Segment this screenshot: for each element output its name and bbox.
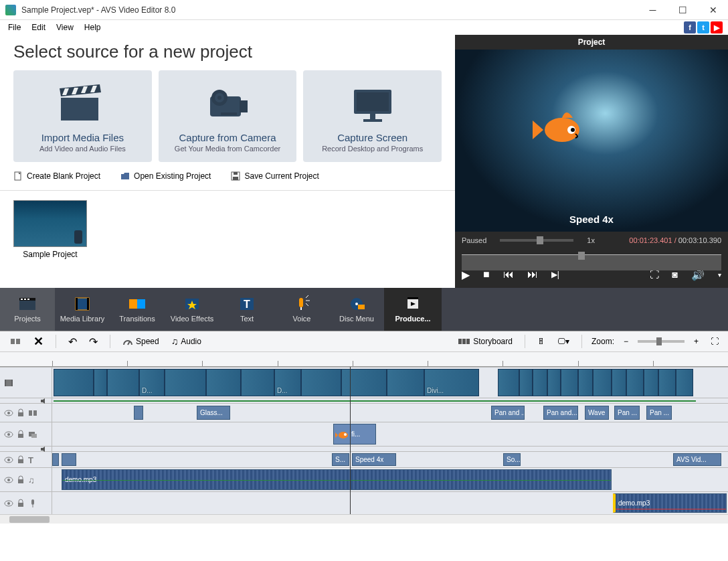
timeline-clip[interactable] [519,369,533,396]
menu-file[interactable]: File [3,21,26,33]
tab-voice[interactable]: Voice [274,288,329,331]
lock-icon[interactable] [16,455,25,465]
timeline-clip[interactable] [301,369,341,396]
facebook-icon[interactable]: f [684,21,696,33]
timeline-clip[interactable] [626,369,644,396]
save-current-project[interactable]: Save Current Project [231,171,318,181]
youtube-icon[interactable]: ▶ [711,21,723,33]
card-capture-screen[interactable]: Capture Screen Record Desktop and Progra… [303,70,442,162]
timeline-clip[interactable]: Pan ... [614,406,640,420]
timeline-clip[interactable] [165,369,206,396]
create-blank-project[interactable]: Create Blank Project [13,171,100,181]
timeline-clip[interactable] [387,369,424,396]
timeline-clip[interactable]: fi... [333,424,376,445]
speed-button[interactable]: Speed [120,335,162,347]
lock-icon[interactable] [16,408,25,418]
timeline-clip[interactable]: Speed 4x [352,453,396,466]
storyboard-toggle[interactable]: Storyboard [456,335,515,347]
timeline-clip[interactable]: So... [503,453,521,466]
timeline-clip[interactable] [62,453,76,466]
next-button[interactable]: ▶| [551,270,559,279]
lock-icon[interactable] [16,430,25,439]
fullscreen-button[interactable]: ⛶ [650,269,659,280]
timeline-clip[interactable] [547,369,561,396]
timeline-clip[interactable] [644,369,658,396]
project-item[interactable]: Sample Project [13,200,87,259]
split-button[interactable] [7,335,24,348]
tab-produce[interactable]: Produce... [384,288,442,331]
timeline-clip[interactable] [561,369,578,396]
timeline-clip[interactable]: Pan and... [543,406,578,420]
timeline-ruler[interactable]: 00:00:20.700:00:41.500:01:02.200:01:23.0… [0,352,728,367]
tab-media-library[interactable]: Media Library [55,288,110,331]
timeline-clip[interactable]: D... [139,369,165,396]
menu-view[interactable]: View [51,21,79,33]
speed-slider[interactable] [500,239,573,242]
timeline-clip[interactable] [593,369,612,396]
timeline-clip[interactable]: Pan ... [646,406,672,420]
open-existing-project[interactable]: Open Existing Project [120,171,211,181]
timeline-h-scrollbar[interactable] [0,514,728,524]
card-capture-camera[interactable]: Capture from Camera Get Your Media from … [159,70,297,162]
timeline-clip[interactable]: Wave [585,406,609,420]
maximize-button[interactable]: ☐ [668,0,698,20]
eye-icon[interactable] [4,408,13,418]
timeline-clip[interactable] [498,369,519,396]
timeline-clip[interactable] [52,453,59,466]
eye-icon[interactable] [4,455,13,465]
tab-disc-menu[interactable]: Disc Menu [329,288,384,331]
menu-help[interactable]: Help [79,21,106,33]
timeline-clip[interactable] [612,369,626,396]
timeline-clip[interactable] [107,369,139,396]
menu-edit[interactable]: Edit [26,21,51,33]
audio-button[interactable]: ♫Audio [169,335,204,348]
timeline-clip[interactable] [94,369,107,396]
playhead[interactable] [350,367,351,514]
tab-projects[interactable]: Projects [0,288,55,331]
lock-icon[interactable] [16,475,25,485]
volume-dropdown[interactable]: ▾ [718,271,721,278]
timeline-clip[interactable] [341,369,387,396]
timeline-clip[interactable]: AVS Vid... [673,453,721,466]
minimize-button[interactable]: ─ [638,0,668,20]
timeline-clip[interactable]: demo.mp3 [613,493,727,513]
redo-button[interactable]: ↷ [86,334,100,349]
svg-rect-48 [458,339,462,344]
card-import-files[interactable]: Import Media Files Add Video and Audio F… [13,70,152,162]
zoom-out-button[interactable]: − [621,335,631,347]
eye-icon[interactable] [4,499,13,508]
timeline-clip[interactable] [676,369,693,396]
timeline-clip[interactable]: Pan and ... [491,406,525,420]
twitter-icon[interactable]: t [697,21,709,33]
tab-video-effects[interactable]: Video Effects [165,288,219,331]
timeline-clip[interactable] [206,369,241,396]
zoom-fit-button[interactable]: ⛶ [708,335,721,347]
timeline-clip[interactable]: Glass... [197,406,230,420]
aspect-button[interactable]: 🖵▾ [555,335,572,347]
preview-video[interactable]: Speed 4x [455,50,728,232]
zoom-slider[interactable] [638,340,685,343]
snapshot-button[interactable]: ◙ [672,269,678,280]
timeline-clip[interactable]: S... [332,453,349,466]
timeline-clip[interactable] [533,369,547,396]
tab-transitions[interactable]: Transitions [110,288,165,331]
timeline-clip[interactable]: Divi... [424,369,479,396]
lock-icon[interactable] [16,499,25,508]
timeline-clip[interactable] [658,369,676,396]
undo-button[interactable]: ↶ [66,334,80,349]
eye-icon[interactable] [4,430,13,439]
timeline-clip[interactable] [241,369,274,396]
timeline-clip[interactable] [134,406,143,420]
timeline-clip[interactable]: demo.mp3 [62,469,612,490]
volume-mixer-button[interactable]: 🎚 [535,335,548,347]
zoom-in-button[interactable]: + [691,335,701,347]
time-current: 00:01:23.401 [629,236,672,244]
close-button[interactable]: ✕ [698,0,728,20]
tab-text[interactable]: T Text [219,288,274,331]
delete-button[interactable]: ✕ [31,333,46,350]
eye-icon[interactable] [4,475,13,485]
timeline-clip[interactable] [578,369,593,396]
timeline-clip[interactable] [54,369,94,396]
timeline-clip[interactable]: D... [274,369,301,396]
preview-scrubber[interactable] [455,249,728,261]
